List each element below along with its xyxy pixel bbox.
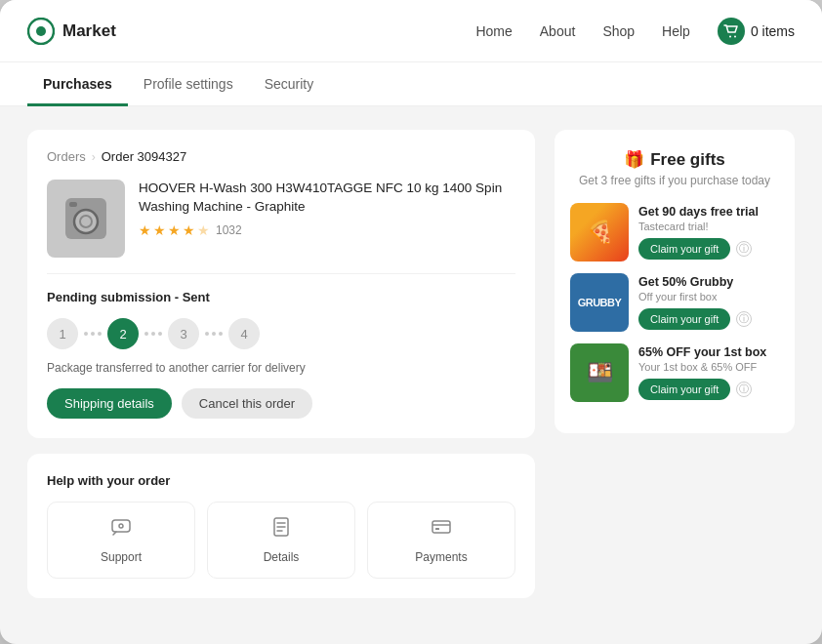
svg-point-1 [36,26,46,36]
help-item-payments[interactable]: Payments [367,502,515,579]
svg-point-9 [119,524,123,528]
gift-desc-grubby: Off your first box [638,291,779,302]
svg-rect-14 [432,521,450,533]
gifts-header: 🎁 Free gifts Get 3 free gifts if you pur… [570,149,779,187]
gift-desc-tastecard: Tastecard trial! [638,221,779,232]
claim-grubby-button[interactable]: Claim your gift [638,308,730,330]
svg-point-3 [734,35,736,37]
step-dots-3 [199,332,228,336]
cart-label: 0 items [751,23,795,39]
svg-rect-8 [112,520,130,532]
product-row: HOOVER H-Wash 300 H3W410TAGGE NFC 10 kg … [47,180,515,258]
gift-name-tastecard: Get 90 days free trial [638,205,779,219]
gift-name-grubby: Get 50% Grubby [638,275,779,289]
breadcrumb-root[interactable]: Orders [47,149,86,164]
nav-help[interactable]: Help [662,23,690,39]
help-title: Help with your order [47,473,515,488]
order-stepper: 1 2 3 4 [47,318,515,349]
step-dots-1 [78,332,107,336]
gifts-card: 🎁 Free gifts Get 3 free gifts if you pur… [555,130,795,433]
gifts-title: 🎁 Free gifts [570,149,779,170]
cancel-order-button[interactable]: Cancel this order [182,388,312,419]
right-panel: 🎁 Free gifts Get 3 free gifts if you pur… [555,130,795,621]
star-rating: ★ ★ ★ ★ ★ 1032 [139,222,515,238]
tab-profile[interactable]: Profile settings [128,62,249,106]
gift-item-grubby: GRUBBY Get 50% Grubby Off your first box… [570,273,779,332]
info-grubby-icon[interactable]: ⓘ [736,311,752,327]
star-2: ★ [153,222,166,238]
review-count[interactable]: 1032 [216,223,242,237]
help-label-payments: Payments [415,550,467,564]
step-1: 1 [47,318,78,349]
gift-desc-simplycook: Your 1st box & 65% OFF [638,361,779,373]
nav-home[interactable]: Home [475,23,512,39]
gift-claim-row-grubby: Claim your gift ⓘ [638,308,779,330]
product-info: HOOVER H-Wash 300 H3W410TAGGE NFC 10 kg … [139,180,515,238]
shipping-details-button[interactable]: Shipping details [47,388,172,419]
cart-icon [718,18,745,45]
cart-button[interactable]: 0 items [718,18,795,45]
order-actions: Shipping details Cancel this order [47,388,515,419]
nav-about[interactable]: About [540,23,576,39]
nav: Home About Shop Help 0 items [475,18,795,45]
product-image [47,180,125,258]
gift-info-tastecard: Get 90 days free trial Tastecard trial! … [638,205,779,260]
header: Market Home About Shop Help 0 items [0,0,822,62]
gifts-subtitle: Get 3 free gifts if you purchase today [570,174,779,187]
step-info: Package transferred to another carrier f… [47,361,515,375]
help-label-support: Support [101,550,142,564]
step-2: 2 [107,318,139,349]
star-1: ★ [139,222,151,238]
gift-info-simplycook: 65% OFF your 1st box Your 1st box & 65% … [638,345,779,400]
gift-image-grubby: GRUBBY [570,273,629,332]
payments-icon [431,516,452,543]
tabs-bar: Purchases Profile settings Security [0,62,822,106]
svg-rect-16 [435,528,439,530]
app-window: Market Home About Shop Help 0 items Purc… [0,0,822,644]
help-grid: Support Details [47,502,515,579]
gift-item-tastecard: 🍕 Get 90 days free trial Tastecard trial… [570,203,779,262]
product-name: HOOVER H-Wash 300 H3W410TAGGE NFC 10 kg … [139,180,515,217]
gift-name-simplycook: 65% OFF your 1st box [638,345,779,359]
gift-claim-row-simplycook: Claim your gift ⓘ [638,379,779,400]
gift-image-tastecard: 🍕 [570,203,629,262]
star-4: ★ [183,222,195,238]
logo: Market [27,18,116,45]
svg-rect-7 [69,202,77,207]
left-panel: Orders › Order 3094327 HOOVER [27,130,535,621]
details-icon [270,516,292,543]
step-4: 4 [228,318,260,349]
info-simplycook-icon[interactable]: ⓘ [736,382,752,397]
help-item-support[interactable]: Support [47,502,195,579]
logo-icon [27,18,55,45]
gift-info-grubby: Get 50% Grubby Off your first box Claim … [638,275,779,330]
svg-point-2 [729,35,731,37]
order-card: Orders › Order 3094327 HOOVER [27,130,535,438]
info-tastecard-icon[interactable]: ⓘ [736,241,752,257]
gift-icon: 🎁 [624,149,644,170]
divider-1 [47,273,515,274]
step-dots-2 [139,332,168,336]
gift-image-simplycook: 🍱 [570,343,629,402]
nav-shop[interactable]: Shop [602,23,635,39]
svg-point-5 [74,210,98,233]
gift-item-simplycook: 🍱 65% OFF your 1st box Your 1st box & 65… [570,343,779,402]
gift-claim-row-tastecard: Claim your gift ⓘ [638,238,779,260]
breadcrumb-separator: › [92,150,96,164]
step-3: 3 [168,318,199,349]
star-5: ★ [197,222,210,238]
help-item-details[interactable]: Details [207,502,355,579]
help-label-details: Details [264,550,300,564]
status-title: Pending submission - Sent [47,290,515,304]
breadcrumb-current: Order 3094327 [102,149,186,164]
breadcrumb: Orders › Order 3094327 [47,149,515,164]
support-icon [110,516,132,543]
claim-simplycook-button[interactable]: Claim your gift [638,379,730,400]
claim-tastecard-button[interactable]: Claim your gift [638,238,730,260]
main-content: Orders › Order 3094327 HOOVER [0,106,822,644]
logo-text: Market [62,21,116,41]
tab-security[interactable]: Security [249,62,330,106]
star-3: ★ [168,222,181,238]
help-card: Help with your order Support [27,454,535,598]
tab-purchases[interactable]: Purchases [27,62,128,106]
